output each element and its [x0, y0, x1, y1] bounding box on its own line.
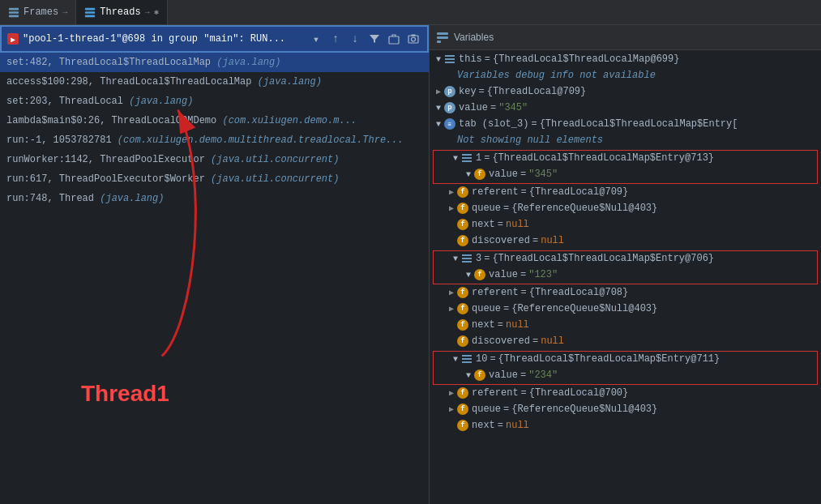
up-btn[interactable]: ↑: [327, 30, 344, 48]
frame-item[interactable]: run:617, ThreadPoolExecutor$Worker (java…: [0, 169, 429, 189]
var-icon: f: [474, 269, 485, 280]
var-row[interactable]: ▼this = {ThreadLocal$ThreadLocalMap@699}: [430, 52, 821, 68]
var-equals: =: [490, 102, 496, 113]
variables-list[interactable]: ▼this = {ThreadLocal$ThreadLocalMap@699}…: [430, 50, 821, 504]
frame-item[interactable]: set:203, ThreadLocal (java.lang): [0, 92, 429, 111]
var-row[interactable]: ▶fqueue = {ReferenceQueue$Null@403}: [430, 301, 821, 318]
var-value: {ReferenceQueue$Null@403}: [511, 404, 657, 415]
var-icon: [461, 353, 473, 365]
dropdown-btn[interactable]: ▾: [307, 30, 325, 48]
down-btn[interactable]: ↓: [346, 30, 364, 48]
expand-arrow[interactable]: ▶: [433, 86, 444, 97]
threads-tab-label: Threads: [100, 6, 140, 18]
var-name: next: [472, 319, 495, 331]
frame-item[interactable]: run:-1, 1053782781 (com.xuliugen.demo.mu…: [0, 130, 429, 150]
expand-arrow[interactable]: ▼: [450, 152, 461, 164]
var-icon: f: [457, 235, 468, 246]
var-value: {ThreadLocal$ThreadLocalMap$Entry@713}: [492, 152, 714, 164]
svg-rect-11: [412, 35, 416, 36]
var-row[interactable]: ▶fnext = null: [430, 418, 821, 434]
var-value: {ThreadLocal@709}: [487, 86, 586, 97]
expand-arrow[interactable]: ▼: [433, 53, 444, 65]
var-row[interactable]: ▼≡tab (slot_3) = {ThreadLocal$ThreadLoca…: [430, 117, 821, 133]
svg-rect-18: [445, 62, 455, 63]
var-equals: =: [503, 303, 509, 314]
expand-arrow[interactable]: ▶: [446, 186, 457, 198]
var-row[interactable]: ▼3 = {ThreadLocal$ThreadLocalMap$Entry@7…: [434, 251, 817, 267]
var-icon: p: [444, 86, 455, 97]
var-value: "123": [528, 269, 558, 280]
var-value: {ThreadLocal@700}: [529, 387, 628, 399]
var-row[interactable]: ▶Variables debug info not available: [430, 68, 821, 84]
expand-arrow[interactable]: ▼: [463, 269, 474, 280]
tab-frames[interactable]: Frames →: [0, 0, 76, 24]
var-name: next: [472, 420, 495, 431]
camera-btn[interactable]: [404, 30, 422, 48]
var-row[interactable]: ▶fqueue = {ReferenceQueue$Null@403}: [430, 402, 821, 418]
expand-arrow[interactable]: ▶: [446, 287, 457, 298]
var-row[interactable]: ▶fqueue = {ReferenceQueue$Null@403}: [430, 201, 821, 217]
tab-threads[interactable]: Threads → ✱: [76, 0, 167, 24]
var-icon: f: [457, 335, 468, 347]
var-equals: =: [503, 203, 509, 214]
threads-tab-arrow: →: [145, 8, 150, 17]
var-row[interactable]: ▶fdiscovered = null: [430, 334, 821, 350]
frame-item[interactable]: runWorker:1142, ThreadPoolExecutor (java…: [0, 150, 429, 169]
filter-btn[interactable]: [366, 30, 383, 48]
var-equals: =: [521, 287, 527, 298]
expand-arrow[interactable]: ▶: [446, 404, 457, 415]
var-row[interactable]: ▼1 = {ThreadLocal$ThreadLocalMap$Entry@7…: [434, 151, 817, 167]
frame-item[interactable]: access$100:298, ThreadLocal$ThreadLocalM…: [0, 72, 429, 92]
var-row[interactable]: ▼fvalue = "123": [434, 267, 817, 284]
var-row[interactable]: ▶freferent = {ThreadLocal@709}: [430, 185, 821, 201]
var-value: null: [541, 335, 564, 347]
frame-method: set:203, ThreadLocal (java.lang): [6, 94, 422, 109]
var-name: value: [459, 102, 488, 113]
main-content: ▶ "pool-1-thread-1"@698 in group "main":…: [0, 25, 821, 504]
frame-class: (java.lang): [123, 96, 193, 107]
expand-arrow[interactable]: ▶: [446, 387, 457, 399]
var-equals: =: [531, 118, 537, 130]
var-equals: =: [498, 319, 503, 331]
var-value: null: [506, 319, 529, 331]
var-row[interactable]: ▼pvalue = "345": [430, 100, 821, 117]
expand-arrow[interactable]: ▼: [450, 253, 461, 264]
var-name: queue: [472, 303, 501, 314]
expand-arrow[interactable]: ▼: [433, 118, 444, 130]
expand-arrow[interactable]: ▶: [446, 203, 457, 214]
expand-arrow[interactable]: ▶: [446, 303, 457, 314]
var-row[interactable]: ▶freferent = {ThreadLocal@708}: [430, 285, 821, 301]
svg-rect-3: [85, 8, 95, 11]
frame-item[interactable]: run:748, Thread (java.lang): [0, 189, 429, 208]
expand-arrow[interactable]: ▼: [450, 353, 461, 365]
expand-arrow[interactable]: ▼: [433, 102, 444, 113]
svg-rect-0: [9, 8, 19, 11]
var-row[interactable]: ▶fnext = null: [430, 217, 821, 233]
var-row[interactable]: ▼10 = {ThreadLocal$ThreadLocalMap$Entry@…: [434, 352, 817, 368]
expand-arrow[interactable]: ▼: [463, 169, 474, 180]
var-row[interactable]: ▶freferent = {ThreadLocal@700}: [430, 386, 821, 402]
var-name: value: [489, 269, 518, 280]
var-row[interactable]: ▼fvalue = "345": [434, 167, 817, 183]
frame-list[interactable]: set:482, ThreadLocal$ThreadLocalMap (jav…: [0, 53, 429, 504]
expand-arrow[interactable]: ▼: [463, 369, 474, 381]
var-row[interactable]: ▶Not showing null elements: [430, 133, 821, 149]
var-info: Variables debug info not available: [457, 70, 656, 81]
var-info: Not showing null elements: [457, 135, 603, 146]
frame-item[interactable]: lambda$main$0:26, ThreadLocalOOMDemo (co…: [0, 111, 429, 130]
var-name: value: [489, 169, 518, 180]
var-row[interactable]: ▼fvalue = "234": [434, 368, 817, 384]
frame-item[interactable]: set:482, ThreadLocal$ThreadLocalMap (jav…: [0, 53, 429, 72]
frame-class: (com.xuliugen.demo.multithread.treadloca…: [112, 135, 404, 146]
var-equals: =: [498, 420, 503, 431]
var-icon: f: [457, 287, 468, 298]
var-icon: f: [457, 303, 468, 314]
var-row[interactable]: ▶fnext = null: [430, 318, 821, 334]
var-row[interactable]: ▶pkey = {ThreadLocal@709}: [430, 84, 821, 100]
export-btn[interactable]: [385, 30, 403, 48]
var-value: {ThreadLocal$ThreadLocalMap@699}: [493, 53, 679, 65]
var-equals: =: [503, 404, 509, 415]
threads-icon: [84, 6, 96, 18]
var-row[interactable]: ▶fdiscovered = null: [430, 233, 821, 250]
frame-class: (java.lang): [211, 57, 280, 68]
